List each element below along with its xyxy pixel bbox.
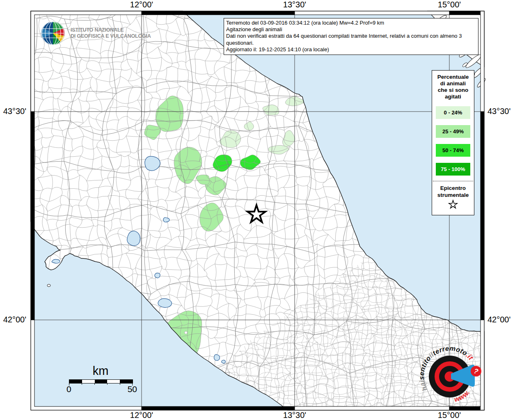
coord-label-right-42: 42°00': [488, 315, 510, 324]
lake: [163, 217, 169, 222]
legend-swatch-0-24: 0 - 24%: [436, 106, 470, 119]
scale-bar: km 0 50: [62, 364, 144, 393]
info-line-event: Terremoto del 03-09-2016 03:34:12 (ora l…: [226, 20, 476, 26]
island: [47, 284, 50, 287]
coord-label-top-15: 15°00': [429, 0, 470, 9]
coord-label-bottom-1330: 13°30': [274, 411, 315, 420]
earthquake-info-box: Terremoto del 03-09-2016 03:34:12 (ora l…: [224, 18, 478, 55]
legend: Percentuale di animali che si sono agita…: [432, 70, 474, 215]
haisentito-logo: ? haisentitoilterremoto.it www.: [413, 340, 488, 414]
map-page: 12°00' 13°30' 15°00' 12°00' 13°30' 15°00…: [0, 0, 515, 420]
scale-bar-segments: [69, 379, 133, 383]
lake: [155, 273, 160, 278]
ingv-name-line1: ISTITUTO NAZIONALE: [71, 27, 151, 34]
coord-label-left-4330: 43°30': [0, 107, 26, 116]
enclave-outline: [185, 331, 188, 334]
lake: [222, 360, 226, 363]
coord-label-right-4330: 43°30': [488, 107, 510, 116]
ingv-name-line2: DI GEOFISICA E VULCANOLOGIA: [71, 33, 151, 40]
lake: [158, 299, 172, 308]
scale-unit-label: km: [69, 364, 132, 378]
coord-label-top-1330: 13°30': [274, 0, 315, 9]
coord-label-bottom-12: 12°00': [121, 411, 162, 420]
coord-label-left-42: 42°00': [0, 315, 26, 324]
legend-swatch-50-74: 50 - 74%: [436, 144, 470, 157]
scale-start-label: 0: [66, 384, 71, 394]
legend-swatch-75-100: 75 - 100%: [436, 163, 470, 176]
lake: [52, 259, 60, 263]
info-line-updated: Aggiornato il: 19-12-2025 14:10 (ora loc…: [226, 46, 476, 53]
legend-divider: [433, 181, 473, 181]
lake: [214, 354, 220, 361]
scale-end-label: 50: [128, 384, 137, 394]
ingv-logo: ISTITUTO NAZIONALE DI GEOFISICA E VULCAN…: [39, 19, 151, 47]
legend-swatch-25-49: 25 - 49%: [436, 125, 470, 138]
coord-label-top-12: 12°00': [121, 0, 162, 9]
legend-epicenter-label: Epicentro strumentale: [432, 185, 474, 199]
info-line-source: Dati non verificati estratti da 64 quest…: [226, 33, 476, 46]
ingv-globe-icon: [39, 19, 67, 47]
legend-title: Percentuale di animali che si sono agita…: [432, 74, 474, 100]
info-line-topic: Agitazione degli animali: [226, 26, 476, 33]
lake: [127, 231, 140, 246]
epicenter-star-icon: [448, 199, 458, 210]
